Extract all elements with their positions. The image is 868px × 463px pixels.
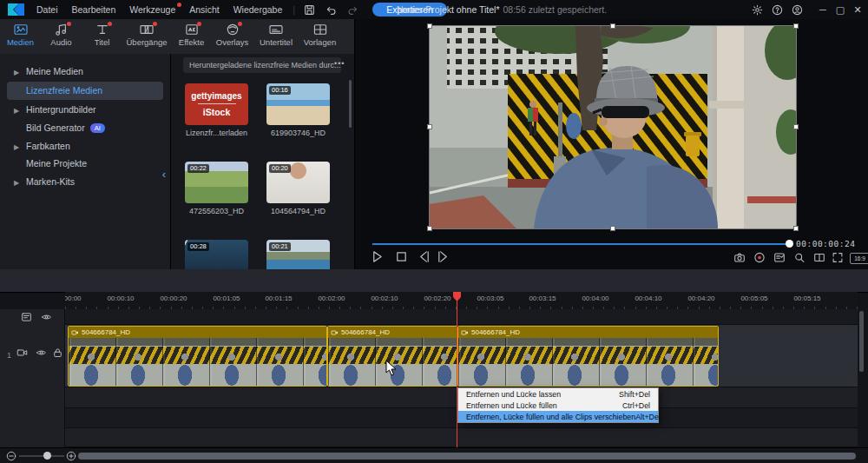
stop-button[interactable] <box>395 250 408 263</box>
menu-wiedergabe[interactable]: Wiedergabe <box>227 0 290 19</box>
timeline-clip[interactable]: 504666784_HD <box>457 326 719 387</box>
timeline-horizontal-scrollbar[interactable] <box>78 453 856 460</box>
media-thumbnail[interactable]: 00:20 <box>266 162 330 203</box>
ruler-label: 00:02:10 <box>362 294 407 302</box>
stock-media-card[interactable]: gettyimages iStock <box>185 83 248 125</box>
sidebar-item-bild-generator[interactable]: Bild GeneratorAI <box>7 119 163 137</box>
seek-knob[interactable] <box>786 240 793 248</box>
zoom-in-icon[interactable] <box>66 451 76 461</box>
aspect-ratio-badge[interactable]: 16:9 <box>850 253 868 264</box>
close-button[interactable]: ✕ <box>849 0 866 19</box>
selection-handle[interactable] <box>793 226 799 231</box>
tab-titel[interactable]: Titel <box>82 19 122 54</box>
transitions-icon <box>140 23 154 36</box>
tab-medien[interactable]: Medien <box>0 19 41 54</box>
settings-gear-icon[interactable] <box>752 4 763 16</box>
more-options-icon[interactable]: ••• <box>334 59 345 68</box>
playback-quality-icon[interactable] <box>773 252 786 263</box>
preview-canvas[interactable] <box>430 26 796 228</box>
help-icon[interactable] <box>772 4 783 16</box>
zoom-search-icon[interactable] <box>793 252 806 263</box>
selection-handle[interactable] <box>610 226 615 231</box>
media-caption: 104564794_HD <box>257 207 339 215</box>
tab-overlays[interactable]: Overlays <box>212 19 253 54</box>
collapse-sidebar-button[interactable]: ‹ <box>160 163 168 186</box>
media-scrollbar[interactable] <box>349 80 352 128</box>
timeline-zoom-slider[interactable] <box>19 455 64 457</box>
selection-handle[interactable] <box>427 124 432 129</box>
minimize-button[interactable]: ─ <box>814 0 832 19</box>
account-icon[interactable] <box>792 4 803 16</box>
media-thumbnail[interactable]: 00:16 <box>266 83 330 125</box>
video-clip-icon <box>331 329 339 336</box>
save-icon[interactable] <box>304 4 315 16</box>
selection-handle[interactable] <box>427 23 432 29</box>
video-clip-icon <box>461 329 469 336</box>
track-lock-icon[interactable] <box>52 347 63 358</box>
tab-effekte[interactable]: Effekte <box>171 19 212 54</box>
sidebar-item-meine-projekte[interactable]: Meine Projekte <box>7 155 163 173</box>
selection-handle[interactable] <box>793 23 799 29</box>
tab-untertitel[interactable]: Untertitel <box>253 19 299 54</box>
timeline-vertical-scrollbar[interactable] <box>859 311 864 372</box>
toggle-all-visibility-eye-icon[interactable] <box>41 312 52 322</box>
menu-ansicht[interactable]: Ansicht <box>182 0 226 19</box>
subtitles-icon <box>269 23 283 36</box>
redo-icon[interactable] <box>347 4 358 16</box>
timeline-clip[interactable]: 504666784_HD <box>327 326 457 387</box>
notification-dot <box>67 22 71 26</box>
menu-item-luecke-fuellen[interactable]: Entfernen und Lücke füllenCtrl+Del <box>458 400 658 411</box>
ruler-label: 00:04:00 <box>573 294 618 302</box>
sidebar-item-marken-kits[interactable]: ▶Marken-Kits <box>7 173 163 191</box>
render-preview-icon[interactable] <box>753 252 766 263</box>
zoom-out-icon[interactable] <box>6 451 16 461</box>
selection-handle[interactable] <box>793 124 799 129</box>
menu-item-luecke-lassen[interactable]: Entfernen und Lücke lassenShift+Del <box>458 388 658 400</box>
seek-bar[interactable] <box>372 243 791 245</box>
ruler-label: 00:02:00 <box>309 294 354 302</box>
video-track-2[interactable] <box>0 408 858 428</box>
timeline-ruler[interactable]: 00:00:00 00:00:10 00:00:20 00:01:05 00:0… <box>65 292 858 309</box>
tab-uebergaenge[interactable]: Übergänge <box>122 19 171 54</box>
timeline-zoom-knob[interactable] <box>43 452 51 460</box>
media-thumbnail[interactable]: 00:21 <box>266 240 330 269</box>
mouse-cursor <box>385 360 397 376</box>
sidebar-item-hintergrundbilder[interactable]: ▶Hintergrundbilder <box>7 101 163 119</box>
next-frame-button[interactable] <box>437 250 450 263</box>
sidebar-item-meine-medien[interactable]: ▶Meine Medien <box>7 63 163 81</box>
duration-badge: 00:21 <box>269 242 291 251</box>
audio-track-2[interactable] <box>0 428 858 447</box>
templates-icon <box>313 23 327 36</box>
playhead-line[interactable] <box>457 292 457 447</box>
selection-handle[interactable] <box>610 23 615 29</box>
track-number: 1 <box>7 351 11 360</box>
selection-handle[interactable] <box>427 226 432 231</box>
split-screen-icon[interactable] <box>813 252 825 263</box>
track-visibility-eye-icon[interactable] <box>36 347 47 358</box>
snapshot-camera-icon[interactable] <box>733 252 746 263</box>
menu-werkzeuge[interactable]: Werkzeuge <box>122 0 182 19</box>
overlays-icon <box>226 23 240 36</box>
sidebar-item-lizenzfreie-medien[interactable]: Lizenzfreie Medien <box>7 82 163 100</box>
ruler-label: 00:05:15 <box>785 294 830 302</box>
track-manager-icon[interactable] <box>21 312 32 322</box>
tab-vorlagen[interactable]: Vorlagen <box>299 19 340 54</box>
menu-datei[interactable]: Datei <box>30 0 65 19</box>
fullscreen-icon[interactable] <box>832 252 844 263</box>
maximize-button[interactable]: ▢ <box>832 0 849 19</box>
media-thumbnail[interactable]: 00:22 <box>185 162 248 203</box>
duration-badge: 00:20 <box>269 164 291 173</box>
audio-track-1[interactable] <box>0 387 858 408</box>
timeline-clip[interactable]: 504666784_HD <box>68 326 327 387</box>
notification-dot <box>108 22 112 26</box>
menu-bearbeiten[interactable]: Bearbeiten <box>65 0 123 19</box>
undo-icon[interactable] <box>326 4 337 16</box>
sidebar-item-farbkarten[interactable]: ▶Farbkarten <box>7 137 163 155</box>
menu-item-clips-verschieben[interactable]: Entfernen, Lücke füllen und alle Clips v… <box>458 411 658 422</box>
previous-frame-button[interactable] <box>418 250 431 263</box>
play-button[interactable] <box>371 250 384 263</box>
tab-audio[interactable]: Audio <box>41 19 82 54</box>
notification-dot <box>197 22 201 26</box>
media-search-header[interactable]: Heruntergeladene lizenzfreie Medien durc… <box>183 57 341 73</box>
media-thumbnail[interactable]: 00:28 <box>185 240 248 269</box>
